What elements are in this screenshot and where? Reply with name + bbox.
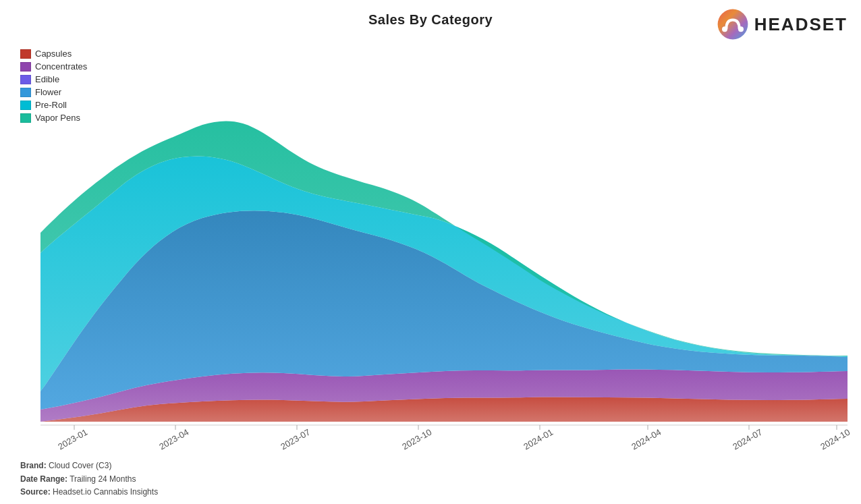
svg-point-0 xyxy=(717,9,748,40)
headset-logo-text: HEADSET xyxy=(754,14,848,35)
x-label-3: 2023-07 xyxy=(279,427,312,452)
footer-brand-value: Cloud Cover (C3) xyxy=(49,461,111,470)
x-label-1: 2023-01 xyxy=(56,427,89,452)
footer-source-value: Headset.io Cannabis Insights xyxy=(53,487,158,497)
svg-point-2 xyxy=(738,26,744,32)
x-label-5: 2024-01 xyxy=(522,427,555,452)
headset-logo-icon xyxy=(717,8,749,40)
footer-brand-label: Brand: xyxy=(20,461,47,470)
x-label-8: 2024-10 xyxy=(818,427,852,452)
chart-svg: 2023-01 2023-04 2023-07 2023-10 2024-01 … xyxy=(0,37,861,482)
x-label-6: 2024-04 xyxy=(630,427,663,452)
chart-container: Sales By Category HEADSET Capsules xyxy=(0,0,861,504)
x-label-7: 2024-07 xyxy=(731,427,764,452)
footer-brand: Brand: Cloud Cover (C3) xyxy=(20,459,158,472)
x-label-4: 2023-10 xyxy=(400,427,433,452)
x-label-2: 2023-04 xyxy=(157,427,190,452)
footer-daterange-value: Trailing 24 Months xyxy=(70,474,136,484)
footer-source: Source: Headset.io Cannabis Insights xyxy=(20,486,158,499)
footer-source-label: Source: xyxy=(20,487,51,497)
headset-logo: HEADSET xyxy=(717,8,848,40)
chart-svg-wrapper: 2023-01 2023-04 2023-07 2023-10 2024-01 … xyxy=(0,37,861,482)
footer-daterange: Date Range: Trailing 24 Months xyxy=(20,473,158,486)
footer-daterange-label: Date Range: xyxy=(20,474,67,484)
chart-footer: Brand: Cloud Cover (C3) Date Range: Trai… xyxy=(20,459,158,499)
svg-point-1 xyxy=(722,26,727,32)
